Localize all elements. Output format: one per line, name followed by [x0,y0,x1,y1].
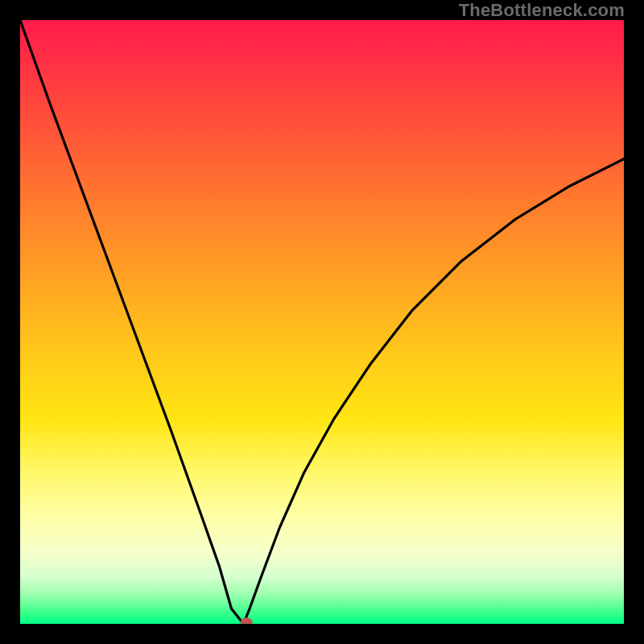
minimum-marker-icon [241,618,252,624]
chart-frame: TheBottleneck.com [0,0,644,644]
curve-right-ascent [244,159,625,625]
curve-left-descent [20,20,244,624]
curve-group [20,20,624,624]
plot-area [20,20,624,624]
chart-svg [20,20,624,624]
watermark-label: TheBottleneck.com [459,0,625,21]
